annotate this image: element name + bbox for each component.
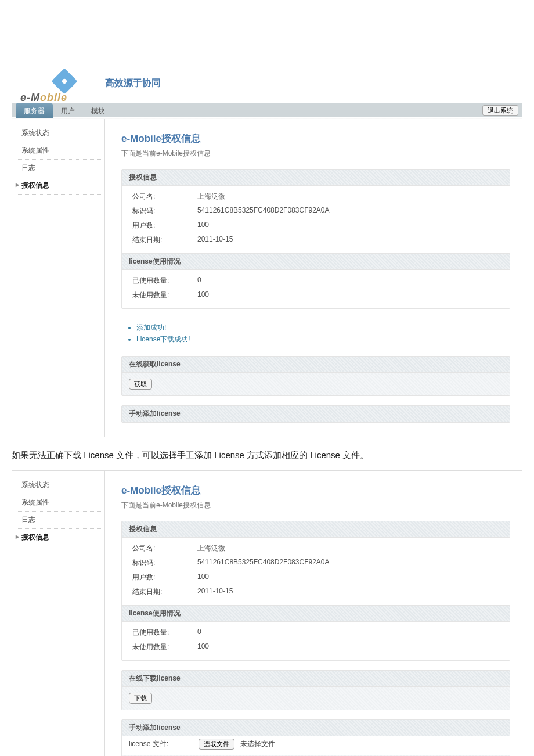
- section-head-license-2: 授权信息: [122, 521, 510, 538]
- sidebar-item-props[interactable]: 系统属性: [15, 142, 102, 160]
- top-tabs: 服务器 用户 模块 退出系统: [12, 103, 522, 118]
- online-get-head: 在线获取license: [122, 357, 510, 373]
- enddate-value: 2011-10-15: [197, 235, 233, 245]
- section-head-license: 授权信息: [122, 170, 510, 186]
- idcode-label: 标识码:: [122, 206, 197, 216]
- enddate-label: 结束日期:: [122, 235, 197, 245]
- logo-text-prefix: e-M: [20, 92, 40, 103]
- page-title-2: e-Mobile授权信息: [121, 484, 510, 497]
- manual-add-panel-1: 手动添加license: [121, 405, 510, 423]
- used-value: 0: [197, 276, 201, 286]
- page-title: e-Mobile授权信息: [121, 132, 510, 145]
- online-download-head: 在线下载license: [122, 671, 510, 687]
- section-head-usage-2: license使用情况: [122, 605, 510, 622]
- app-header: e-Mobile 高效源于协同: [12, 70, 522, 103]
- file-label: license 文件:: [129, 739, 193, 749]
- manual-add-head-1: 手动添加license: [122, 406, 510, 422]
- users-value-2: 100: [197, 573, 209, 582]
- status-messages: 添加成功! License下载成功!: [121, 318, 510, 351]
- sidebar-item-log-2[interactable]: 日志: [15, 512, 102, 529]
- enddate-label-2: 结束日期:: [122, 587, 197, 597]
- used-value-2: 0: [197, 628, 201, 638]
- sidebar: 系统状态 系统属性 日志 授权信息: [12, 119, 105, 437]
- download-button[interactable]: 下载: [129, 693, 152, 704]
- status-msg-2: License下载成功!: [136, 333, 508, 345]
- tab-module[interactable]: 模块: [83, 103, 113, 118]
- manual-add-panel-2: 手动添加license license 文件: 选取文件 未选择文件 提交: [121, 719, 510, 756]
- page-subtitle-2: 下面是当前e-Mobile授权信息: [121, 501, 510, 510]
- used-label: 已使用数量:: [122, 276, 197, 286]
- company-value-2: 上海泛微: [197, 543, 225, 553]
- company-label: 公司名:: [122, 192, 197, 201]
- idcode-value: 5411261C8B5325FC408D2F083CF92A0A: [197, 206, 330, 216]
- sidebar-item-status[interactable]: 系统状态: [15, 125, 102, 142]
- enddate-value-2: 2011-10-15: [197, 587, 233, 597]
- company-value: 上海泛微: [197, 192, 225, 201]
- license-info-panel: 授权信息 公司名:上海泛微 标识码:5411261C8B5325FC408D2F…: [121, 169, 510, 309]
- logo: e-Mobile: [20, 72, 74, 104]
- tagline: 高效源于协同: [105, 77, 161, 89]
- tab-server[interactable]: 服务器: [16, 103, 53, 118]
- sidebar-item-license-2[interactable]: 授权信息: [15, 529, 102, 546]
- choose-file-button[interactable]: 选取文件: [199, 739, 234, 750]
- status-msg-1: 添加成功!: [136, 322, 508, 333]
- doc-paragraph-1: 如果无法正确下载 License 文件，可以选择手工添加 License 方式添…: [12, 448, 522, 463]
- used-label-2: 已使用数量:: [122, 628, 197, 638]
- get-button[interactable]: 获取: [129, 379, 152, 390]
- logout-button[interactable]: 退出系统: [482, 105, 518, 116]
- company-label-2: 公司名:: [122, 543, 197, 553]
- online-get-panel: 在线获取license 获取: [121, 356, 510, 396]
- app-screenshot-1: e-Mobile 高效源于协同 服务器 用户 模块 退出系统 系统状态 系统属性…: [12, 70, 522, 437]
- app-screenshot-2: 系统状态 系统属性 日志 授权信息 e-Mobile授权信息 下面是当前e-Mo…: [12, 470, 522, 756]
- manual-add-head-2: 手动添加license: [122, 720, 510, 736]
- content-area-2: e-Mobile授权信息 下面是当前e-Mobile授权信息 授权信息 公司名:…: [105, 471, 522, 756]
- idcode-label-2: 标识码:: [122, 558, 197, 568]
- online-download-panel: 在线下载license 下载: [121, 670, 510, 710]
- license-info-panel-2: 授权信息 公司名:上海泛微 标识码:5411261C8B5325FC408D2F…: [121, 521, 510, 661]
- no-file-text: 未选择文件: [240, 739, 275, 749]
- page-subtitle: 下面是当前e-Mobile授权信息: [121, 149, 510, 159]
- sidebar-item-props-2[interactable]: 系统属性: [15, 494, 102, 512]
- sidebar-item-log[interactable]: 日志: [15, 160, 102, 177]
- content-area: e-Mobile授权信息 下面是当前e-Mobile授权信息 授权信息 公司名:…: [105, 119, 522, 437]
- tab-user[interactable]: 用户: [53, 103, 83, 118]
- sidebar-2: 系统状态 系统属性 日志 授权信息: [12, 471, 105, 756]
- unused-label-2: 未使用数量:: [122, 642, 197, 652]
- unused-label: 未使用数量:: [122, 290, 197, 300]
- users-label: 用户数:: [122, 221, 197, 231]
- sidebar-item-license[interactable]: 授权信息: [15, 177, 102, 195]
- users-label-2: 用户数:: [122, 573, 197, 582]
- unused-value: 100: [197, 290, 209, 300]
- section-head-usage: license使用情况: [122, 253, 510, 270]
- logo-icon: [51, 68, 77, 94]
- sidebar-item-status-2[interactable]: 系统状态: [15, 477, 102, 494]
- idcode-value-2: 5411261C8B5325FC408D2F083CF92A0A: [197, 558, 330, 568]
- unused-value-2: 100: [197, 642, 209, 652]
- users-value: 100: [197, 221, 209, 231]
